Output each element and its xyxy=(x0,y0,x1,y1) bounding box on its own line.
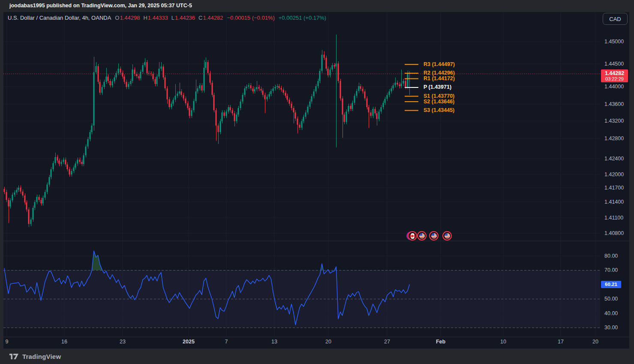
chart-canvas[interactable] xyxy=(0,0,634,364)
candle-up xyxy=(391,88,392,91)
candle-down xyxy=(134,69,135,74)
candle-down xyxy=(338,63,339,81)
footer-bar: TradingView xyxy=(0,349,634,364)
candle-up xyxy=(118,69,119,73)
candle-up xyxy=(387,95,388,99)
candle-down xyxy=(213,95,215,110)
candle-up xyxy=(51,169,52,177)
candle-down xyxy=(181,91,182,95)
candle-up xyxy=(195,91,197,101)
candle-up xyxy=(156,77,158,84)
ohlc-value: 1.44298 xyxy=(120,15,140,21)
rsi-axis[interactable]: 80.0070.0050.0040.0030.00 xyxy=(600,12,629,337)
candle-up xyxy=(313,91,315,96)
canada-flag-icon[interactable] xyxy=(408,231,417,241)
candle-up xyxy=(403,81,404,84)
candle-down xyxy=(375,109,376,113)
time-tick-label: 2025 xyxy=(176,339,201,345)
candle-down xyxy=(216,110,217,126)
candle-up xyxy=(45,192,46,198)
candle-up xyxy=(401,84,402,86)
time-tick-label: 23 xyxy=(110,339,135,345)
rsi-tick-label: 30.00 xyxy=(604,324,618,331)
candle-up xyxy=(336,63,337,66)
candle-up xyxy=(175,96,176,99)
candle-down xyxy=(26,202,27,209)
candle-down xyxy=(291,104,292,108)
candle-down xyxy=(295,112,296,118)
us-flag xyxy=(445,233,450,239)
candle-up xyxy=(220,121,221,132)
pivot-label-s2: S2 (1.43646) xyxy=(424,98,454,105)
time-tick-label: 7 xyxy=(213,339,239,345)
candle-down xyxy=(250,85,252,88)
us-flag-icon[interactable] xyxy=(429,231,439,241)
candle-down xyxy=(4,189,5,192)
candle-down xyxy=(167,88,168,99)
candle-down xyxy=(41,200,42,203)
time-tick-label: 20 xyxy=(583,339,608,345)
candle-down xyxy=(120,69,121,72)
candle-up xyxy=(144,62,146,65)
candle-up xyxy=(354,96,355,102)
candle-down xyxy=(8,200,9,206)
candle-down xyxy=(59,160,60,164)
candle-down xyxy=(258,87,260,89)
us-flag xyxy=(431,233,437,239)
bar-countdown: 03:22:29 xyxy=(605,76,624,81)
candle-down xyxy=(69,169,70,174)
candle-up xyxy=(395,83,396,85)
candle-down xyxy=(405,81,406,87)
tradingview-brand[interactable]: TradingView xyxy=(22,353,61,360)
candle-up xyxy=(381,107,382,111)
candle-up xyxy=(246,87,247,88)
candle-up xyxy=(93,72,95,125)
candle-up xyxy=(112,81,113,85)
candle-up xyxy=(311,96,312,102)
candle-up xyxy=(407,73,409,87)
time-axis[interactable]: 9162320257132027Feb101720 xyxy=(3,337,600,348)
candle-up xyxy=(373,109,374,116)
ohlc-letter: H xyxy=(143,15,147,21)
candle-up xyxy=(204,68,205,90)
us-flag-icon[interactable] xyxy=(417,231,427,241)
candle-up xyxy=(90,132,91,139)
candle-up xyxy=(10,200,11,206)
candle-down xyxy=(252,88,254,91)
candle-down xyxy=(148,73,150,73)
ohlc-values: O1.44298H1.44333L1.44236C1.44282 xyxy=(115,15,223,21)
candle-up xyxy=(322,55,323,71)
candle-up xyxy=(346,111,347,122)
candle-up xyxy=(197,88,198,91)
candle-down xyxy=(224,112,225,116)
candle-up xyxy=(53,163,54,169)
candle-up xyxy=(352,103,353,109)
candle-up xyxy=(71,171,72,174)
candle-down xyxy=(324,55,325,58)
pivot-label-r1: R1 (1.44172) xyxy=(424,75,455,82)
candle-up xyxy=(49,177,50,184)
candle-up xyxy=(173,100,174,104)
candle-up xyxy=(42,198,44,203)
canada-flag xyxy=(410,233,415,239)
candle-down xyxy=(362,89,364,91)
candle-down xyxy=(138,76,140,78)
candle-up xyxy=(205,62,207,68)
us-flag-icon[interactable] xyxy=(442,231,452,241)
candle-up xyxy=(389,91,390,95)
candle-up xyxy=(177,93,178,96)
candle-up xyxy=(318,81,319,86)
candle-down xyxy=(65,159,66,164)
candle-down xyxy=(99,82,101,93)
pivot-label-s3: S3 (1.43445) xyxy=(424,107,454,114)
candle-up xyxy=(14,193,15,195)
extended-change-value: +0.00251 (+0.17%) xyxy=(279,15,326,21)
candle-up xyxy=(193,101,195,110)
candle-down xyxy=(326,58,327,69)
candle-up xyxy=(309,102,311,107)
candle-up xyxy=(142,65,144,72)
candle-down xyxy=(22,192,24,196)
tradingview-logo-icon[interactable] xyxy=(9,353,19,360)
symbol-title[interactable]: U.S. Dollar / Canadian Dollar, 4h, OANDA xyxy=(8,15,111,21)
ohlc-value: 1.44333 xyxy=(148,15,168,21)
